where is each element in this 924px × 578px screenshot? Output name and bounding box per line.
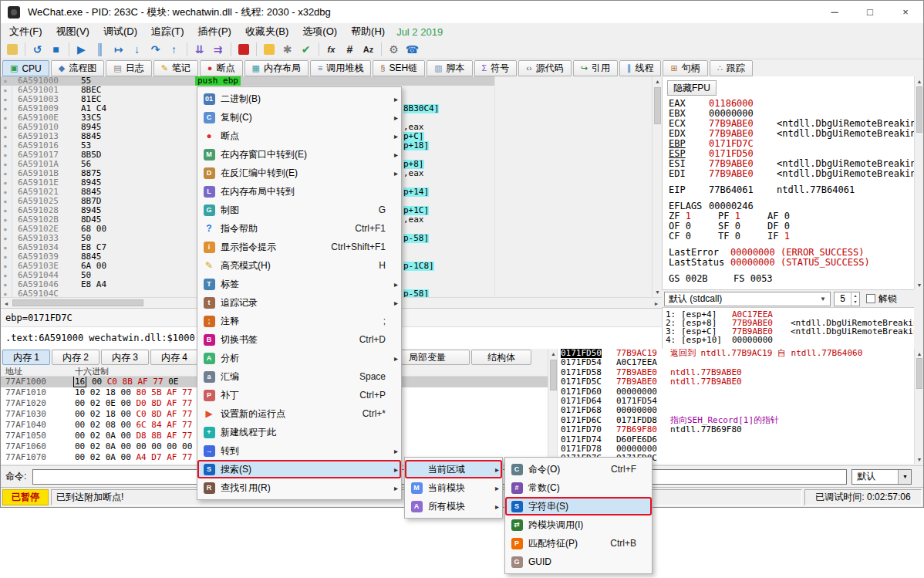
toolbar-button[interactable]: ↦ — [110, 41, 127, 58]
tab-memory-map[interactable]: ▦内存布局 — [244, 60, 309, 76]
breakpoint-dot[interactable]: ● — [4, 252, 7, 262]
menu-item-comment[interactable]: ;注释; — [197, 312, 401, 330]
stack-row[interactable]: 0171FD6C0171FDD8指向SEH_Record[1]的指针 — [558, 416, 914, 425]
stack-row[interactable]: 0171FD7077B69F80ntdll.77B69F80 — [558, 425, 914, 434]
register-line[interactable]: EDI77B9ABE0<ntdll.DbgUiRemoteBreakin> — [669, 169, 912, 179]
menu-item-set-new-origin[interactable]: ▶设置新的运行点Ctrl+* — [197, 404, 401, 423]
menu-item-all-modules[interactable]: A所有模块▸ — [405, 497, 502, 515]
menubar-item[interactable]: 调试(D) — [96, 23, 144, 40]
menu-item-binary[interactable]: 01二进制(B)▸ — [197, 90, 401, 108]
breakpoint-dot[interactable]: ● — [4, 262, 7, 271]
toolbar-button[interactable]: ☎ — [403, 41, 421, 58]
close-button[interactable]: × — [888, 1, 923, 23]
tab-log[interactable]: ▤日志 — [106, 60, 151, 76]
tab-graph[interactable]: ◆流程图 — [51, 60, 104, 76]
command-profile-select[interactable]: 默认 ▼ — [851, 469, 912, 485]
stepper-arrows[interactable]: ▴▾ — [851, 292, 859, 306]
menu-item-goto-disassembly[interactable]: D在反汇编中转到(E)▸ — [197, 164, 401, 182]
breakpoint-dot[interactable]: ● — [4, 289, 7, 297]
tab-references[interactable]: ↪引用 — [573, 60, 618, 76]
menubar-item[interactable]: 收藏夹(B) — [238, 23, 295, 40]
breakpoint-dot[interactable]: ● — [4, 280, 7, 289]
register-line[interactable]: ZF 1PF 1AF 0 — [669, 211, 912, 221]
menu-item-intermodular-calls[interactable]: ⇄跨模块调用(I) — [505, 515, 652, 534]
menu-item-pattern[interactable]: P匹配特征(P)Ctrl+B — [505, 534, 652, 553]
menu-item-toggle-bookmark[interactable]: B切换书签Ctrl+D — [197, 330, 401, 349]
toolbar-button[interactable]: ■ — [47, 41, 65, 58]
breakpoint-dot[interactable]: ● — [4, 86, 7, 95]
breakpoint-dot[interactable]: ● — [4, 160, 7, 169]
menu-item-trace-record[interactable]: t追踪记录▸ — [197, 293, 401, 312]
toolbar-button[interactable]: ✱ — [278, 41, 296, 58]
breakpoint-dot[interactable]: ● — [4, 243, 7, 252]
breakpoint-dot[interactable]: ● — [4, 271, 7, 280]
stack-vscrollbar[interactable]: ▲ ▼ — [914, 349, 923, 464]
scroll-thumb[interactable] — [916, 86, 922, 133]
tab-handles[interactable]: ⊞句柄 — [663, 60, 707, 76]
breakpoint-dot[interactable]: ● — [4, 150, 7, 160]
toolbar-button[interactable]: ↷ — [147, 41, 164, 58]
breakpoint-dot[interactable]: ● — [4, 178, 7, 188]
tab-threads[interactable]: ∥线程 — [619, 60, 662, 76]
toolbar-button[interactable] — [3, 41, 21, 58]
tab-seh[interactable]: §SEH链 — [373, 60, 425, 76]
disassembly-vscrollbar[interactable]: ▲ ▼ — [652, 76, 662, 297]
menu-item-constant[interactable]: #常数(C) — [505, 478, 652, 497]
tab-memory-1[interactable]: 内存 1 — [2, 350, 50, 365]
register-line[interactable]: EAX01186000 — [669, 99, 912, 109]
breakpoint-dot[interactable]: ● — [4, 141, 7, 150]
toolbar-button[interactable]: ▶ — [73, 41, 90, 58]
menu-item-graph[interactable]: G制图G — [197, 201, 401, 219]
stack-row[interactable]: 0171FD5877B9ABE0ntdll.77B9ABE0 — [558, 368, 914, 377]
register-line[interactable]: LastStatus00000000 (STATUS_SUCCESS) — [669, 258, 912, 268]
menu-item-goto[interactable]: →转到▸ — [197, 441, 401, 460]
menubar-item[interactable]: 文件(F) — [2, 23, 49, 40]
tab-call-stack[interactable]: ≡调用堆栈 — [310, 60, 371, 76]
register-line[interactable]: GS 002BFS 0053 — [669, 274, 912, 284]
scroll-right-icon[interactable]: ► — [651, 298, 662, 309]
menu-item-label[interactable]: T标签▸ — [197, 275, 401, 293]
minimize-button[interactable]: ─ — [817, 1, 852, 23]
tab-symbols[interactable]: Σ符号 — [474, 60, 518, 76]
breakpoint-dot[interactable]: ● — [4, 234, 7, 243]
breakpoint-dot[interactable]: ● — [4, 206, 7, 215]
tab-source[interactable]: ‹›源代码 — [518, 60, 571, 76]
argument-row[interactable]: 4:[esp+10]00000000 — [666, 336, 791, 344]
menu-item-command[interactable]: C命令(O)Ctrl+F — [505, 460, 652, 478]
menu-item-show-mnemonic-brief[interactable]: i显示指令提示Ctrl+Shift+F1 — [197, 238, 401, 256]
scroll-down-icon[interactable]: ▼ — [915, 280, 924, 289]
toolbar-button[interactable]: ✔ — [297, 41, 315, 58]
breakpoint-dot[interactable]: ● — [4, 215, 7, 225]
menu-item-analysis[interactable]: A分析▸ — [197, 349, 401, 367]
scroll-thumb[interactable] — [916, 358, 922, 389]
toolbar-button[interactable]: Az — [359, 41, 377, 58]
menubar-item[interactable]: 追踪(T) — [144, 23, 191, 40]
breakpoint-dot[interactable]: ● — [4, 113, 7, 123]
depth-stepper[interactable]: 5 ▴▾ — [834, 292, 860, 306]
menu-item-assemble[interactable]: a汇编Space — [197, 367, 401, 386]
tab-memory-2[interactable]: 内存 2 — [52, 350, 99, 365]
toolbar-button[interactable] — [234, 41, 252, 58]
unlock-checkbox[interactable] — [866, 294, 875, 303]
breakpoint-dot[interactable]: ● — [4, 197, 7, 206]
stepper-down-icon[interactable]: ▾ — [851, 299, 859, 305]
menu-item-highlight-mode[interactable]: ✎高亮模式(H)H — [197, 256, 401, 275]
scroll-up-icon[interactable]: ▲ — [915, 349, 924, 358]
tab-struct[interactable]: 结构体 — [471, 350, 531, 365]
stack-row[interactable]: 0171FD6000000000 — [558, 387, 914, 397]
tab-memory-3[interactable]: 内存 3 — [101, 350, 149, 365]
breakpoint-dot[interactable]: ● — [4, 225, 7, 234]
toolbar-button[interactable]: fx — [322, 41, 340, 58]
menu-item-breakpoint[interactable]: ●断点▸ — [197, 127, 401, 145]
menu-item-guid[interactable]: GGUID — [505, 553, 652, 571]
breakpoint-dot[interactable]: ● — [4, 169, 7, 178]
tab-cpu[interactable]: ▣CPU — [2, 60, 49, 76]
register-line[interactable]: OF 0SF 0DF 0 — [669, 221, 912, 232]
toolbar-button[interactable]: ↺ — [29, 41, 46, 58]
toolbar-button[interactable]: ║ — [91, 41, 109, 58]
menu-item-new-thread-here[interactable]: +新建线程于此 — [197, 423, 401, 441]
stack-row[interactable]: 0171FD640171FD54 — [558, 397, 914, 406]
menu-item-current-region[interactable]: 当前区域▸ — [405, 460, 502, 478]
toolbar-button[interactable]: ↓ — [128, 41, 146, 58]
toolbar-button[interactable] — [260, 41, 278, 58]
